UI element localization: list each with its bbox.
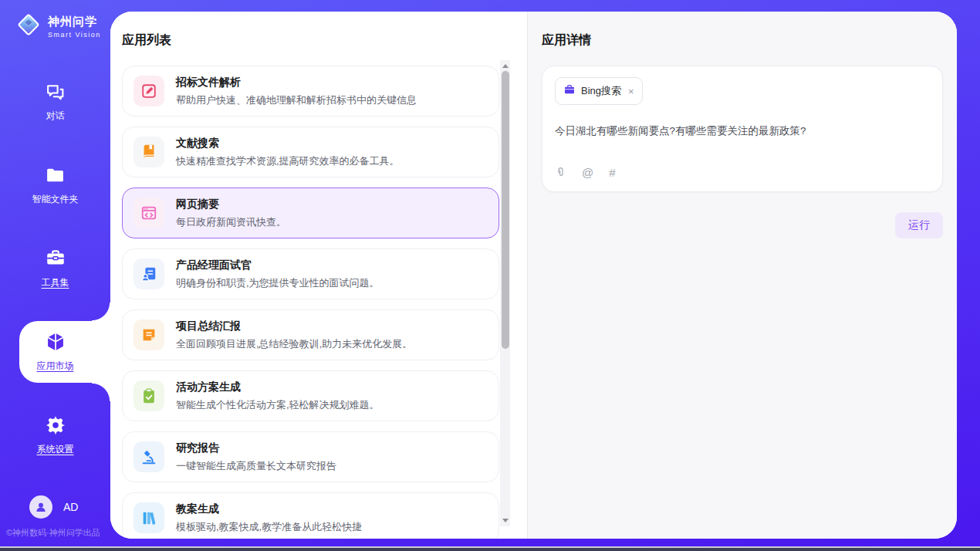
chat-icon	[45, 81, 66, 103]
sidebar-item-label: 智能文件夹	[32, 193, 79, 206]
scroll-down-icon[interactable]	[502, 519, 509, 522]
app-card[interactable]: 招标文件解析 帮助用户快速、准确地理解和解析招标书中的关键信息	[122, 66, 499, 117]
app-card[interactable]: 网页摘要 每日政府新闻资讯快查。	[122, 188, 499, 238]
app-card-title: 文献搜索	[176, 137, 400, 150]
app-card-title: 网页摘要	[176, 198, 286, 211]
app-card-description: 模板驱动,教案快成,教学准备从此轻松快捷	[176, 520, 362, 534]
scrollbar-thumb[interactable]	[502, 71, 509, 349]
app-detail-pane: 应用详情 Bing搜索 × 今日湖北有哪些新闻要点?有哪些需要关注的最新政策?	[527, 12, 957, 539]
user-row[interactable]: AD	[29, 495, 78, 519]
run-row: 运行	[542, 212, 943, 238]
app-card[interactable]: 项目总结汇报 全面回顾项目进展,总结经验教训,助力未来优化发展。	[122, 309, 499, 360]
folder-icon	[45, 164, 66, 186]
user-name: AD	[63, 501, 78, 513]
scroll-up-icon[interactable]	[502, 64, 509, 68]
app-card-description: 明确身份和职责,为您提供专业性的面试问题。	[176, 276, 380, 290]
app-card-description: 一键智能生成高质量长文本研究报告	[176, 459, 336, 473]
sidebar-item-chat[interactable]: 对话	[0, 60, 110, 144]
sidebar-item-label: 应用市场	[37, 360, 74, 373]
sidebar-item-tools[interactable]: 工具集	[0, 227, 110, 310]
app-card-title: 项目总结汇报	[176, 319, 412, 333]
sidebar-item-market[interactable]: 应用市场	[0, 310, 110, 394]
app-card-description: 快速精准查找学术资源,提高研究效率的必备工具。	[176, 154, 400, 168]
app-card-description: 每日政府新闻资讯快查。	[176, 215, 286, 229]
cube-icon	[45, 331, 66, 353]
app-card[interactable]: 教案生成 模板驱动,教案快成,教学准备从此轻松快捷	[122, 492, 499, 539]
brand-diamond-icon	[15, 12, 42, 41]
sidebar: 神州问学 Smart Vision 对话 智能文件夹 工具集 应用市场 系统设置	[0, 0, 110, 546]
app-card[interactable]: 活动方案生成 智能生成个性化活动方案,轻松解决规划难题。	[122, 370, 499, 421]
app-card-title: 教案生成	[176, 502, 362, 516]
book-icon	[133, 137, 164, 167]
hash-icon[interactable]: #	[609, 166, 615, 179]
briefcase-icon	[563, 83, 576, 99]
note-icon	[133, 319, 164, 350]
app-card-description: 全面回顾项目进展,总结经验教训,助力未来优化发展。	[176, 337, 412, 351]
chip-close-icon[interactable]: ×	[628, 86, 634, 96]
brand-logo: 神州问学 Smart Vision	[0, 0, 110, 40]
app-card-title: 活动方案生成	[176, 380, 380, 394]
app-card[interactable]: 研究报告 一键智能生成高质量长文本研究报告	[122, 431, 499, 482]
clipboard-icon	[133, 380, 164, 411]
research-icon	[133, 441, 164, 472]
edit-icon	[133, 76, 164, 106]
sidebar-item-label: 系统设置	[37, 443, 74, 456]
app-card-description: 智能生成个性化活动方案,轻松解决规划难题。	[176, 398, 380, 412]
app-card-title: 产品经理面试官	[176, 259, 380, 272]
at-icon[interactable]: @	[582, 166, 593, 179]
webpage-icon	[133, 198, 164, 228]
brand-subtitle: Smart Vision	[48, 31, 101, 39]
toolbox-icon	[45, 248, 66, 269]
app-detail-title: 应用详情	[542, 32, 943, 49]
sidebar-nav: 对话 智能文件夹 工具集 应用市场 系统设置	[0, 60, 110, 477]
gear-icon	[45, 414, 66, 436]
tool-chip-bing[interactable]: Bing搜索 ×	[555, 77, 643, 105]
paperclip-icon[interactable]	[555, 166, 566, 179]
app-card[interactable]: 文献搜索 快速精准查找学术资源,提高研究效率的必备工具。	[122, 127, 499, 177]
books-icon	[133, 502, 164, 533]
app-card-title: 研究报告	[176, 441, 336, 455]
attachment-toolbar: @ #	[555, 166, 930, 182]
app-card-title: 招标文件解析	[176, 76, 417, 90]
interviewer-icon	[133, 259, 164, 289]
sidebar-item-settings[interactable]: 系统设置	[0, 394, 110, 477]
sidebar-item-folders[interactable]: 智能文件夹	[0, 144, 110, 227]
bottom-edge-dark	[0, 548, 980, 551]
brand-name: 神州问学	[48, 15, 101, 29]
app-list-pane: 应用列表 招标文件解析 帮助用户快速、准确地理解和解析招标书中的关键信息 文献搜…	[110, 12, 527, 539]
sidebar-item-label: 工具集	[42, 276, 69, 289]
run-button[interactable]: 运行	[895, 212, 943, 238]
scrollbar[interactable]	[500, 60, 510, 526]
main-panel: 应用列表 招标文件解析 帮助用户快速、准确地理解和解析招标书中的关键信息 文献搜…	[110, 12, 957, 539]
app-card[interactable]: 产品经理面试官 明确身份和职责,为您提供专业性的面试问题。	[122, 248, 499, 299]
prompt-input[interactable]: 今日湖北有哪些新闻要点?有哪些需要关注的最新政策?	[555, 124, 930, 166]
tool-chip-label: Bing搜索	[581, 84, 621, 98]
sidebar-item-label: 对话	[46, 110, 65, 123]
avatar	[29, 495, 52, 519]
app-card-description: 帮助用户快速、准确地理解和解析招标书中的关键信息	[176, 93, 417, 107]
app-cards: 招标文件解析 帮助用户快速、准确地理解和解析招标书中的关键信息 文献搜索 快速精…	[122, 66, 499, 539]
app-list-title: 应用列表	[122, 32, 527, 49]
copyright-text: ©神州数码·神州问学出品	[6, 527, 100, 539]
prompt-card: Bing搜索 × 今日湖北有哪些新闻要点?有哪些需要关注的最新政策? @ #	[542, 66, 943, 192]
